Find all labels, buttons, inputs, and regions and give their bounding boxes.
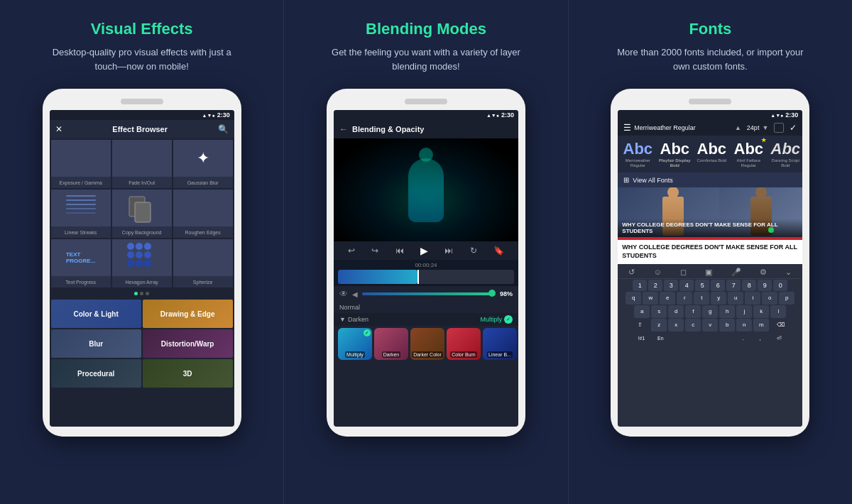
kb-key-y[interactable]: y bbox=[711, 292, 726, 305]
kb-key-h[interactable]: h bbox=[719, 305, 735, 318]
kb-key-2[interactable]: 2 bbox=[648, 280, 662, 291]
left-arrow-btn[interactable]: ◀ bbox=[352, 290, 358, 298]
blend-thumb-darkercolor[interactable]: Darker Color bbox=[410, 328, 444, 360]
kb-key-x[interactable]: x bbox=[668, 319, 684, 332]
kb-enter-key[interactable]: ⏎ bbox=[769, 332, 789, 345]
category-drawing[interactable]: Drawing & Edge bbox=[143, 300, 233, 328]
kb-comma-key[interactable]: , bbox=[752, 332, 768, 345]
kb-key-c[interactable]: c bbox=[685, 319, 701, 332]
kb-shift-key[interactable]: ⇧ bbox=[630, 319, 650, 332]
effect-copy[interactable]: Copy Background bbox=[112, 190, 172, 238]
kb-key-o[interactable]: o bbox=[762, 292, 777, 305]
kb-key-a[interactable]: a bbox=[634, 305, 650, 318]
blend-thumb-colorburn[interactable]: Color Burn bbox=[447, 328, 481, 360]
kb-key-j[interactable]: j bbox=[736, 305, 752, 318]
kb-key-8[interactable]: 8 bbox=[742, 280, 756, 291]
effect-exposure[interactable]: Exposure / Gamma bbox=[51, 140, 111, 188]
category-distortion[interactable]: Distortion/Warp bbox=[143, 329, 233, 358]
kb-key-d[interactable]: d bbox=[668, 305, 684, 318]
kb-key-6[interactable]: 6 bbox=[711, 280, 725, 291]
font-sample-comfortaa[interactable]: Abc Comfortaa Bold bbox=[694, 140, 728, 168]
opacity-slider[interactable] bbox=[362, 292, 496, 295]
kb-key-e[interactable]: e bbox=[660, 292, 675, 305]
kb-numpad-key[interactable]: !#1 bbox=[631, 332, 651, 345]
kb-key-4[interactable]: 4 bbox=[679, 280, 694, 291]
effect-linear[interactable]: Linear Streaks bbox=[51, 190, 111, 238]
font-box-icon[interactable] bbox=[774, 123, 784, 133]
font-sample-playfair[interactable]: Abc Playfair Display Bold bbox=[657, 140, 692, 168]
blend-thumb-darken[interactable]: Darken bbox=[374, 328, 408, 360]
kb-key-1[interactable]: 1 bbox=[633, 280, 647, 291]
kb-key-q[interactable]: q bbox=[626, 292, 641, 305]
kb-key-n[interactable]: n bbox=[736, 319, 752, 332]
kb-key-5[interactable]: 5 bbox=[695, 280, 709, 291]
kb-backspace-key[interactable]: ⌫ bbox=[770, 319, 790, 332]
blend-thumb-multiply[interactable]: ✓ Multiply bbox=[338, 328, 372, 360]
effect-categories: Color & Light Drawing & Edge Blur Distor… bbox=[50, 298, 234, 389]
font-name-display[interactable]: Merriweather Regular bbox=[634, 124, 732, 131]
effect-fade[interactable]: Fade In/Out bbox=[112, 140, 172, 188]
kb-key-3[interactable]: 3 bbox=[664, 280, 678, 291]
kb-key-t[interactable]: t bbox=[694, 292, 709, 305]
redo-btn[interactable]: ↪ bbox=[371, 246, 378, 256]
kb-key-p[interactable]: p bbox=[779, 292, 794, 305]
category-procedural[interactable]: Procedural bbox=[51, 359, 141, 388]
kb-key-w[interactable]: w bbox=[643, 292, 658, 305]
bookmark-btn[interactable]: 🔖 bbox=[493, 246, 504, 256]
kb-image-icon[interactable]: ▣ bbox=[705, 268, 712, 277]
loop-btn[interactable]: ↻ bbox=[470, 246, 477, 256]
kb-key-b[interactable]: b bbox=[719, 319, 735, 332]
font-size-display[interactable]: 24pt bbox=[747, 124, 760, 131]
kb-expand-icon[interactable]: ⌄ bbox=[785, 268, 792, 277]
search-icon[interactable]: 🔍 bbox=[218, 124, 229, 134]
font-sample-dancing[interactable]: Abc Dancing Script Bold bbox=[768, 140, 802, 168]
view-all-fonts-bar[interactable]: ⊞ View All Fonts bbox=[618, 172, 802, 187]
kb-key-r[interactable]: r bbox=[677, 292, 692, 305]
menu-icon[interactable]: ☰ bbox=[623, 123, 631, 133]
kb-key-9[interactable]: 9 bbox=[758, 280, 772, 291]
font-arrow-icon[interactable]: ▲ bbox=[735, 124, 741, 131]
blend-thumb-linearb[interactable]: Linear B... bbox=[483, 328, 517, 360]
kb-key-s[interactable]: s bbox=[651, 305, 667, 318]
kb-key-l[interactable]: l bbox=[770, 305, 786, 318]
opacity-row: 👁 ◀ 98% bbox=[334, 286, 518, 302]
kb-key-u[interactable]: u bbox=[728, 292, 743, 305]
category-3d[interactable]: 3D bbox=[143, 359, 233, 388]
check-mark-icon[interactable]: ✓ bbox=[790, 123, 797, 133]
kb-period-key[interactable]: . bbox=[735, 332, 750, 345]
kb-space-key[interactable] bbox=[670, 332, 733, 345]
kb-key-0[interactable]: 0 bbox=[773, 280, 787, 291]
kb-sticker-icon[interactable]: ◻ bbox=[680, 268, 687, 277]
kb-key-k[interactable]: k bbox=[753, 305, 769, 318]
size-arrow-icon[interactable]: ▼ bbox=[762, 124, 768, 131]
back-icon[interactable]: ← bbox=[339, 124, 348, 134]
kb-key-f[interactable]: f bbox=[685, 305, 701, 318]
category-color-light[interactable]: Color & Light bbox=[51, 300, 141, 328]
effect-rough[interactable]: Roughen Edges bbox=[173, 190, 233, 238]
kb-rotate-icon[interactable]: ↺ bbox=[628, 268, 635, 277]
effect-spherize[interactable]: Spherize bbox=[173, 239, 233, 287]
kb-key-i[interactable]: i bbox=[745, 292, 760, 305]
kb-key-z[interactable]: z bbox=[651, 319, 667, 332]
font-sample-abril[interactable]: Abc★ Abril Fatface Regular bbox=[731, 140, 765, 168]
font-sample-merriweather[interactable]: Abc Merriweather Regular bbox=[621, 140, 655, 168]
kb-mic-icon[interactable]: 🎤 bbox=[731, 268, 741, 277]
kb-key-7[interactable]: 7 bbox=[726, 280, 741, 291]
undo-btn[interactable]: ↩ bbox=[348, 246, 355, 256]
skip-end-btn[interactable]: ⏭ bbox=[444, 246, 453, 256]
skip-start-btn[interactable]: ⏮ bbox=[395, 246, 404, 256]
effect-hex-array[interactable]: Hexagon Array bbox=[112, 239, 172, 287]
effect-text[interactable]: TEXTPROGRE... Text Progress bbox=[51, 239, 111, 287]
kb-emoji-icon[interactable]: ☺ bbox=[654, 268, 662, 277]
category-blur[interactable]: Blur bbox=[51, 329, 141, 358]
kb-key-m[interactable]: m bbox=[753, 319, 769, 332]
effect-gaussian[interactable]: Gaussian Blur bbox=[173, 140, 233, 188]
kb-lang-key[interactable]: En bbox=[652, 332, 668, 345]
blending-modes-panel: Blending Modes Get the feeling you want … bbox=[283, 0, 567, 504]
kb-settings-icon[interactable]: ⚙ bbox=[760, 268, 767, 277]
close-icon[interactable]: ✕ bbox=[55, 124, 62, 134]
kb-key-v[interactable]: v bbox=[702, 319, 718, 332]
kb-key-g[interactable]: g bbox=[702, 305, 718, 318]
timeline-bar[interactable] bbox=[338, 270, 514, 284]
play-btn[interactable]: ▶ bbox=[420, 245, 428, 256]
